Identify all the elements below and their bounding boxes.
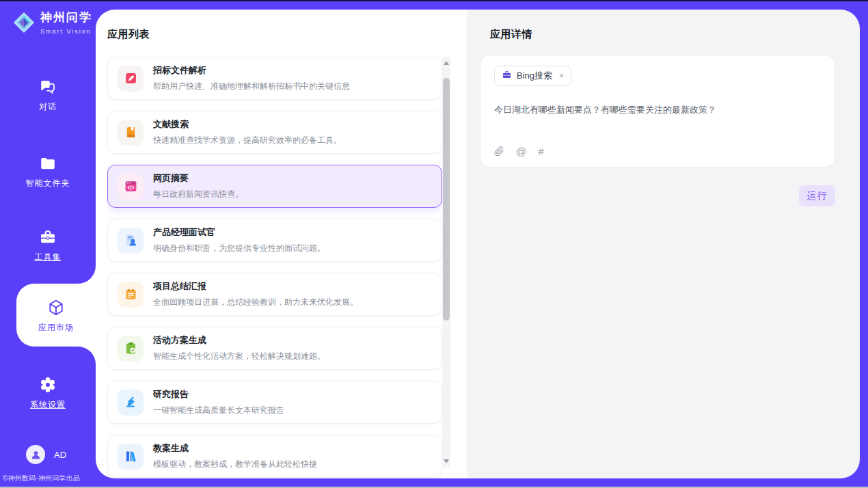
app-detail-panel: 应用详情 Bing搜索 × 今日湖北有哪些新闻要点？有哪些需要关注的最新政策？ [467,10,860,478]
summary-note-icon [118,282,144,308]
app-list: 招标文件解析 帮助用户快速、准确地理解和解析招标书中的关键信息 文献搜索 快速精… [107,57,442,478]
run-button[interactable]: 运行 [799,185,835,206]
app-list-item[interactable]: 网页摘要 每日政府新闻资讯快查。 [107,165,442,208]
scroll-up-arrow-icon[interactable] [444,61,449,65]
app-description: 全面回顾项目进展，总结经验教训，助力未来优化发展。 [153,297,358,308]
active-bubble-curve-bottom [78,347,96,364]
chat-icon [0,77,96,96]
sidebar-item-label: 对话 [0,101,96,113]
sidebar-item[interactable]: 对话 [0,77,96,113]
sidebar-item-label: 工具集 [0,252,96,263]
app-list-item[interactable]: 文献搜索 快速精准查找学术资源，提高研究效率的必备工具。 [107,111,442,154]
webpage-code-icon [118,174,144,200]
brand-name: 神州问学 [40,11,92,24]
tool-tag-label: Bing搜索 [517,70,552,82]
prompt-card: Bing搜索 × 今日湖北有哪些新闻要点？有哪些需要关注的最新政策？ @ # [480,55,835,167]
gear-icon [0,375,96,394]
avatar[interactable] [26,445,45,464]
main-content: 应用列表 招标文件解析 帮助用户快速、准确地理解和解析招标书中的关键信息 文献搜… [96,10,860,478]
app-name: 产品经理面试官 [153,226,325,239]
app-name: 教案生成 [153,442,317,455]
scrollbar-thumb[interactable] [443,78,450,321]
app-list-item[interactable]: 产品经理面试官 明确身份和职责，为您提供专业性的面试问题。 [107,219,442,262]
app-list-scrollbar[interactable] [442,57,450,467]
app-description: 智能生成个性化活动方案，轻松解决规划难题。 [153,351,325,362]
app-name: 文献搜索 [153,118,342,131]
app-description: 帮助用户快速、准确地理解和解析招标书中的关键信息 [153,81,350,92]
app-name: 项目总结汇报 [153,280,358,293]
sidebar-item[interactable]: 系统设置 [0,375,96,411]
app-list-title: 应用列表 [107,28,150,41]
app-description: 模板驱动，教案秒成，教学准备从此轻松快捷 [153,459,317,470]
toolbox-icon [0,227,96,246]
brand-subtitle: Smart Vision [40,28,92,35]
app-list-panel: 应用列表 招标文件解析 帮助用户快速、准确地理解和解析招标书中的关键信息 文献搜… [96,10,467,478]
mention-icon[interactable]: @ [516,146,526,157]
sidebar-item[interactable]: 工具集 [0,227,96,263]
scroll-down-arrow-icon[interactable] [444,459,449,463]
briefcase-icon [502,70,512,83]
literature-book-icon [118,120,144,146]
sidebar-item-label: 应用市场 [16,322,96,334]
prompt-text[interactable]: 今日湖北有哪些新闻要点？有哪些需要关注的最新政策？ [494,103,821,117]
app-list-item[interactable]: 招标文件解析 帮助用户快速、准确地理解和解析招标书中的关键信息 [107,57,442,100]
paperclip-icon[interactable] [494,146,504,157]
app-name: 活动方案生成 [153,334,325,347]
app-list-item[interactable]: 活动方案生成 智能生成个性化活动方案，轻松解决规划难题。 [107,327,442,370]
app-description: 每日政府新闻资讯快查。 [153,189,243,200]
sidebar-item-label: 智能文件夹 [0,178,96,189]
app-description: 明确身份和职责，为您提供专业性的面试问题。 [153,243,325,254]
input-toolbar: @ # [494,146,544,157]
brand-logo: 神州问学 Smart Vision [12,11,92,37]
research-icon [118,390,144,416]
teaching-books-icon [118,444,144,470]
copyright-text: ©神州数码·神州问学出品 [3,474,96,483]
app-description: 一键智能生成高质量长文本研究报告 [153,405,284,416]
topic-hash-icon[interactable]: # [538,146,543,157]
sidebar-item[interactable]: 智能文件夹 [0,153,96,189]
cube-icon [16,297,96,316]
folder-icon [0,153,96,172]
tag-close-icon[interactable]: × [559,71,564,81]
window-top-border [0,0,868,1]
app-list-item[interactable]: 项目总结汇报 全面回顾项目进展，总结经验教训，助力未来优化发展。 [107,273,442,316]
app-name: 招标文件解析 [153,64,350,77]
app-name: 网页摘要 [153,172,243,185]
bid-doc-icon [118,66,144,92]
sidebar: 神州问学 Smart Vision 对话 智能文件夹 工具集 应用市场 系统设置… [0,1,96,487]
app-detail-title: 应用详情 [490,28,532,41]
sidebar-item-label: 系统设置 [0,399,96,411]
tool-tag-bing-search[interactable]: Bing搜索 × [494,66,571,86]
app-description: 快速精准查找学术资源，提高研究效率的必备工具。 [153,135,342,146]
app-list-item[interactable]: 教案生成 模板驱动，教案秒成，教学准备从此轻松快捷 [107,435,442,478]
clipboard-check-icon [118,336,144,362]
user-account[interactable]: AD [26,445,66,464]
app-name: 研究报告 [153,388,284,401]
interviewer-icon [118,228,144,254]
active-bubble-curve-top [78,266,96,284]
app-list-item[interactable]: 研究报告 一键智能生成高质量长文本研究报告 [107,381,442,424]
user-name: AD [54,450,66,460]
diamond-logo-icon [12,11,36,37]
sidebar-item[interactable]: 应用市场 [16,284,96,347]
